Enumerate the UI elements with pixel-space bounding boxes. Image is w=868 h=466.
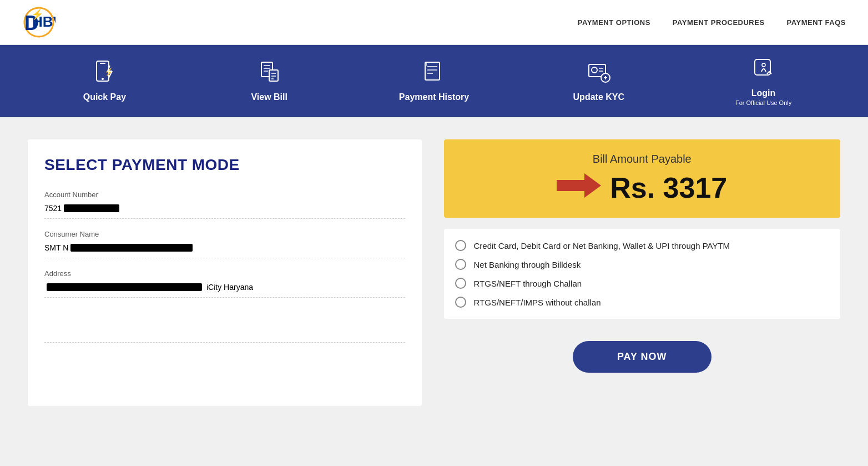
svg-point-6 [102, 78, 104, 80]
main-content: SELECT PAYMENT MODE Account Number 7521 … [0, 117, 868, 428]
nav-links: PAYMENT OPTIONS PAYMENT PROCEDURES PAYME… [578, 17, 846, 27]
banner-quick-pay[interactable]: ⚡ Quick Pay [65, 60, 143, 102]
login-icon [751, 56, 776, 84]
consumer-name-label: Consumer Name [44, 230, 405, 238]
paytm-label: Credit Card, Debit Card or Net Banking, … [474, 241, 730, 250]
payment-option-rtgs-no-challan[interactable]: RTGS/NEFT/IMPS without challan [455, 297, 829, 308]
payment-option-billdesk[interactable]: Net Banking through Billdesk [455, 259, 829, 270]
payment-history-icon: 1 [422, 60, 446, 88]
banner-login[interactable]: Login For Official Use Only [725, 56, 803, 106]
address-label: Address [44, 269, 405, 278]
svg-marker-33 [557, 173, 601, 198]
consumer-name-group: Consumer Name SMT N [44, 230, 405, 258]
view-bill-icon [257, 60, 281, 88]
select-payment-title: SELECT PAYMENT MODE [44, 156, 405, 174]
logo-svg: D HBVN ⚡ [22, 6, 55, 39]
svg-text:⚡: ⚡ [104, 67, 114, 77]
arrow-icon [557, 171, 601, 204]
rtgs-challan-label: RTGS/NEFT through Challan [474, 279, 582, 288]
svg-text:1: 1 [425, 62, 428, 67]
bill-amount-value: Rs. 3317 [610, 171, 727, 204]
svg-point-25 [592, 67, 597, 73]
login-label: Login [751, 88, 776, 98]
left-panel: SELECT PAYMENT MODE Account Number 7521 … [28, 139, 422, 406]
bill-amount-row: Rs. 3317 [557, 171, 727, 204]
top-navigation: D HBVN ⚡ PAYMENT OPTIONS PAYMENT PROCEDU… [0, 0, 868, 45]
payment-option-paytm[interactable]: Credit Card, Debit Card or Net Banking, … [455, 240, 829, 251]
svg-rect-15 [269, 70, 278, 81]
payment-options-link[interactable]: PAYMENT OPTIONS [578, 18, 650, 27]
quick-pay-icon: ⚡ [92, 60, 117, 88]
logo: D HBVN ⚡ [22, 6, 55, 39]
billdesk-label: Net Banking through Billdesk [474, 260, 581, 269]
radio-rtgs-no-challan[interactable] [455, 297, 466, 308]
banner-payment-history[interactable]: 1 Payment History [395, 60, 473, 102]
view-bill-label: View Bill [251, 92, 287, 102]
account-number-value: 7521 [44, 202, 405, 219]
payment-procedures-link[interactable]: PAYMENT PROCEDURES [673, 18, 765, 27]
svg-text:⚡: ⚡ [31, 8, 44, 21]
consumer-name-value: SMT N [44, 242, 405, 258]
radio-rtgs-challan[interactable] [455, 278, 466, 289]
blue-banner: ⚡ Quick Pay View Bill [0, 45, 868, 117]
update-kyc-icon [587, 60, 611, 88]
account-number-label: Account Number [44, 191, 405, 199]
payment-faqs-link[interactable]: PAYMENT FAQS [787, 18, 846, 27]
payment-history-label: Payment History [399, 92, 469, 102]
banner-view-bill[interactable]: View Bill [230, 60, 308, 102]
radio-billdesk[interactable] [455, 259, 466, 270]
bill-amount-title: Bill Amount Payable [593, 153, 692, 166]
address-value: iCity Haryana [44, 281, 405, 298]
banner-update-kyc[interactable]: Update KYC [560, 60, 638, 102]
rtgs-no-challan-label: RTGS/NEFT/IMPS without challan [474, 298, 601, 307]
address-group: Address iCity Haryana [44, 269, 405, 298]
right-panel: Bill Amount Payable Rs. 3317 Credit Card… [444, 139, 840, 406]
update-kyc-label: Update KYC [573, 92, 624, 102]
payment-options-list: Credit Card, Debit Card or Net Banking, … [444, 229, 840, 319]
bill-amount-box: Bill Amount Payable Rs. 3317 [444, 139, 840, 218]
payment-option-rtgs-challan[interactable]: RTGS/NEFT through Challan [455, 278, 829, 289]
pay-now-button[interactable]: PAY NOW [573, 341, 711, 373]
pay-now-container: PAY NOW [444, 330, 840, 373]
login-sublabel: For Official Use Only [735, 99, 791, 106]
account-number-group: Account Number 7521 [44, 191, 405, 219]
radio-paytm[interactable] [455, 240, 466, 251]
svg-point-32 [762, 63, 765, 67]
quick-pay-label: Quick Pay [83, 92, 126, 102]
